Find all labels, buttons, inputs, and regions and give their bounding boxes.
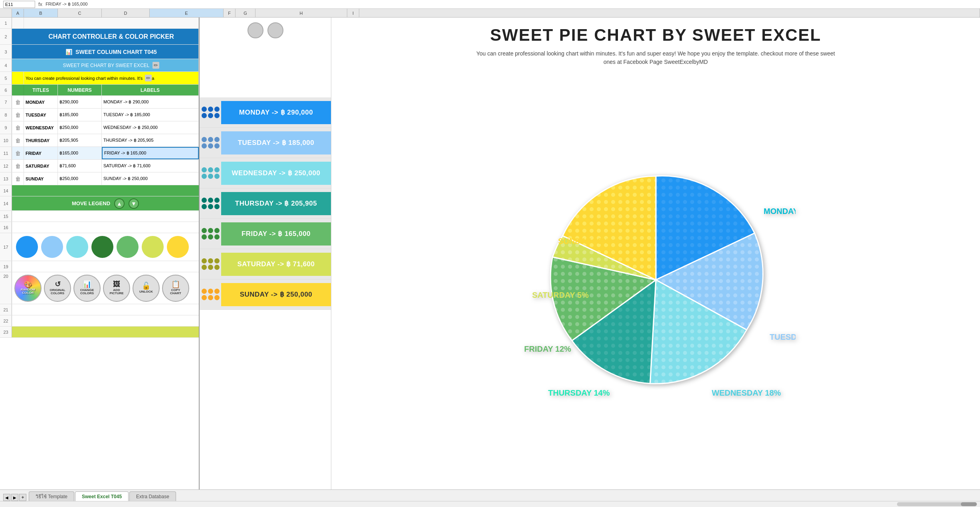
copy-chart-button[interactable]: 📋 COPYCHART [162, 275, 189, 302]
tab-scroll-left[interactable]: ◀ [3, 494, 10, 501]
num-sunday: ฿250,000 [58, 172, 102, 185]
row-3: 3 📊 SWEET COLUMN CHART T045 [0, 45, 199, 59]
original-colors-label: ORIGINALCOLORS [49, 289, 65, 296]
col-header-c: C [58, 9, 102, 17]
trash-12[interactable]: 🗑 [12, 160, 24, 172]
trash-10[interactable]: 🗑 [12, 134, 24, 147]
num-friday: ฿165,000 [58, 147, 102, 159]
row-15: 15 [0, 211, 199, 222]
bar-item-friday: FRIDAY -> ฿ 165,000 [200, 219, 331, 249]
edit-icon-5[interactable]: ✏ [145, 75, 152, 81]
col-header-rest [359, 9, 980, 17]
unlock-label: UNLOCK [139, 290, 153, 294]
num-saturday: ฿71,600 [58, 160, 102, 172]
action-buttons-container: 🎨 RANDOMCOLOR ↺ ORIGINALCOLORS 📊 CHANGEC… [12, 272, 199, 304]
scrollbar-row [0, 501, 980, 507]
row-14: 14 [0, 185, 199, 196]
move-legend-bar: MOVE LEGEND ▲ ▼ [12, 196, 199, 210]
app-title: CHART CONTROLLER & COLOR PICKER [24, 29, 199, 44]
change-colors-button[interactable]: 📊 CHANGECOLORS [73, 275, 101, 302]
legend-down-button[interactable]: ▼ [129, 198, 139, 209]
color-circle-thursday[interactable] [91, 236, 113, 258]
col-header-i: I [347, 9, 359, 17]
row-10: 10 🗑 THURSDAY ฿205,905 THURSDAY -> ฿ 205… [0, 134, 199, 147]
row-14-green [12, 185, 199, 196]
formula-content: FRIDAY -> ฿ 165,000 [46, 2, 977, 7]
column-headers: A B C D E F G H I [0, 9, 980, 18]
bar-item-thursday: THURSDAY -> ฿ 205,905 [200, 188, 331, 219]
tab-extra-database[interactable]: Extra Database [129, 491, 176, 501]
bar-chart: MONDAY -> ฿ 290,000 [200, 97, 331, 489]
add-sheet-button[interactable]: + [19, 494, 26, 501]
label-friday[interactable]: FRIDAY -> ฿ 165,000 [102, 147, 199, 159]
row-2: 2 CHART CONTROLLER & COLOR PICKER [0, 29, 199, 45]
pie-label-thursday: THURSDAY 14% [548, 388, 610, 397]
col-header-b: B [24, 9, 58, 17]
bar-item-sunday: SUNDAY -> ฿ 250,000 [200, 279, 331, 310]
row-5: 5 You can create professional looking ch… [0, 72, 199, 85]
trash-7[interactable]: 🗑 [12, 96, 24, 108]
color-circles-container [12, 233, 199, 261]
bar-item-wednesday: WEDNESDAY -> ฿ 250,000 [200, 158, 331, 188]
row-action-buttons: 20 🎨 RANDOMCOLOR ↺ ORIGINALCOLORS 📊 [0, 272, 199, 304]
bar-dots-thursday [200, 196, 221, 211]
day-friday: FRIDAY [24, 147, 58, 159]
col-header-rownum [0, 9, 12, 17]
original-colors-button[interactable]: ↺ ORIGINALCOLORS [44, 275, 71, 302]
bottom-area: ◀ ▶ + วิธีใช้ Template Sweet Excel T045 … [0, 489, 980, 507]
col-header-d: D [102, 9, 150, 17]
pie-label-sunday: SUNDAY 18% [558, 237, 609, 246]
trash-8[interactable]: 🗑 [12, 109, 24, 121]
bar-label-sunday: SUNDAY -> ฿ 250,000 [221, 283, 331, 306]
row-color-circles: 17 [0, 233, 199, 261]
color-circle-tuesday[interactable] [41, 236, 63, 258]
add-picture-button[interactable]: 🖼 ADDPICTURE [103, 275, 130, 302]
scrollbar-thumb [961, 502, 977, 506]
trash-9[interactable]: 🗑 [12, 121, 24, 134]
day-monday: MONDAY [24, 96, 58, 108]
pie-label-tuesday: TUESDAY 13% [770, 333, 796, 341]
num-tuesday: ฿185,000 [58, 109, 102, 121]
color-circle-sunday[interactable] [167, 236, 189, 258]
col-header-f: F [224, 9, 236, 17]
trash-13[interactable]: 🗑 [12, 172, 24, 185]
row-1: 1 [0, 18, 199, 29]
legend-up-button[interactable]: ▲ [114, 198, 125, 209]
chart-description: You can create professional looking char… [476, 50, 835, 66]
formula-bar: E11 fx FRIDAY -> ฿ 165,000 [0, 0, 980, 9]
bar-item-saturday: SATURDAY -> ฿ 71,600 [200, 249, 331, 279]
bar-label-saturday: SATURDAY -> ฿ 71,600 [221, 253, 331, 276]
num-wednesday: ฿250,000 [58, 121, 102, 134]
tab-scroll-right[interactable]: ▶ [11, 494, 18, 501]
trash-11[interactable]: 🗑 [12, 147, 24, 159]
cell-a3 [12, 45, 24, 59]
edit-icon-4[interactable]: ✏ [152, 62, 159, 69]
tab-sweet-excel[interactable]: Sweet Excel T045 [75, 491, 129, 501]
row-12: 12 🗑 SATURDAY ฿71,600 SATURDAY -> ฿ 71,6… [0, 160, 199, 172]
row-num-4: 4 [0, 59, 12, 71]
tab-how-to-use[interactable]: วิธีใช้ Template [29, 491, 74, 501]
row-4: 4 SWEET PIE CHART BY SWEET EXCEL ✏ [0, 59, 199, 72]
color-circle-monday[interactable] [16, 236, 38, 258]
name-box[interactable]: E11 [3, 1, 35, 8]
add-picture-icon: 🖼 [113, 281, 120, 289]
day-sunday: SUNDAY [24, 172, 58, 185]
horizontal-scrollbar[interactable] [897, 502, 977, 506]
random-color-button[interactable]: 🎨 RANDOMCOLOR [14, 275, 42, 302]
bar-item-monday: MONDAY -> ฿ 290,000 [200, 97, 331, 128]
col-numbers-header: NUMBERS [58, 85, 102, 95]
change-colors-icon: 📊 [83, 281, 91, 289]
color-circle-saturday[interactable] [142, 236, 164, 258]
circle-button-1[interactable] [247, 22, 263, 38]
day-saturday: SATURDAY [24, 160, 58, 172]
cell-a1 [12, 18, 24, 28]
chart-label: SWEET PIE CHART BY SWEET EXCEL ✏ [24, 59, 199, 71]
col-header-e: E [150, 9, 224, 17]
color-circle-friday[interactable] [117, 236, 139, 258]
col-header-a: A [12, 9, 24, 17]
bar-label-monday: MONDAY -> ฿ 290,000 [221, 101, 331, 124]
chart-panel: SWEET PIE CHART BY SWEET EXCEL You can c… [331, 18, 980, 489]
color-circle-wednesday[interactable] [66, 236, 88, 258]
unlock-button[interactable]: 🔓 UNLOCK [133, 275, 160, 302]
circle-button-2[interactable] [267, 22, 283, 38]
